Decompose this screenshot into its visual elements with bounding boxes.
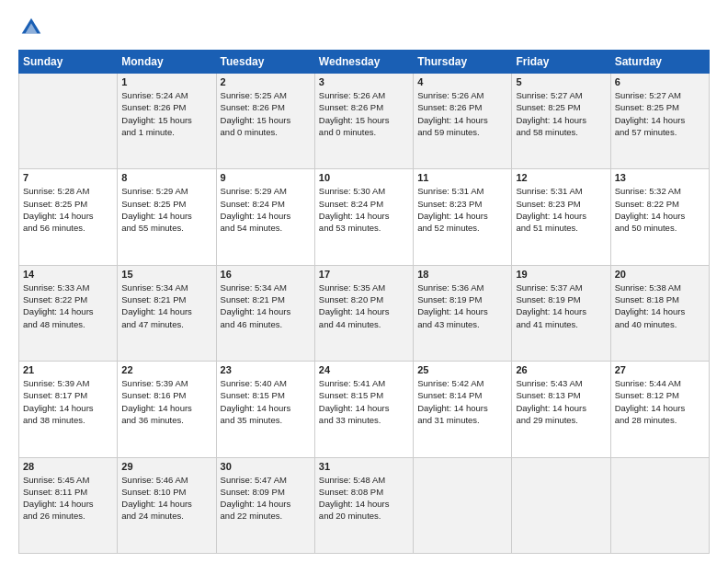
calendar-week-row: 28Sunrise: 5:45 AM Sunset: 8:11 PM Dayli… <box>19 457 710 553</box>
date-number: 1 <box>121 76 211 87</box>
calendar-cell <box>19 74 118 169</box>
calendar-cell: 13Sunrise: 5:32 AM Sunset: 8:22 PM Dayli… <box>610 169 709 265</box>
cell-info: Sunrise: 5:28 AM Sunset: 8:25 PM Dayligh… <box>23 185 113 234</box>
calendar-cell: 28Sunrise: 5:45 AM Sunset: 8:11 PM Dayli… <box>19 457 118 553</box>
cell-info: Sunrise: 5:36 AM Sunset: 8:19 PM Dayligh… <box>417 282 507 330</box>
date-number: 14 <box>23 269 113 280</box>
date-number: 27 <box>615 364 705 375</box>
calendar-cell: 3Sunrise: 5:26 AM Sunset: 8:26 PM Daylig… <box>314 74 413 169</box>
date-number: 4 <box>417 76 507 87</box>
date-number: 13 <box>615 172 705 183</box>
calendar-cell: 1Sunrise: 5:24 AM Sunset: 8:26 PM Daylig… <box>118 74 216 169</box>
calendar-cell: 5Sunrise: 5:27 AM Sunset: 8:25 PM Daylig… <box>512 74 610 169</box>
date-number: 17 <box>319 269 409 280</box>
date-number: 6 <box>615 76 705 87</box>
date-number: 2 <box>221 76 311 87</box>
calendar-cell: 8Sunrise: 5:29 AM Sunset: 8:25 PM Daylig… <box>118 169 216 265</box>
cell-info: Sunrise: 5:46 AM Sunset: 8:10 PM Dayligh… <box>121 474 211 523</box>
cell-info: Sunrise: 5:40 AM Sunset: 8:15 PM Dayligh… <box>221 377 311 426</box>
date-number: 30 <box>221 461 311 472</box>
cell-info: Sunrise: 5:39 AM Sunset: 8:16 PM Dayligh… <box>121 377 211 426</box>
calendar-cell: 14Sunrise: 5:33 AM Sunset: 8:22 PM Dayli… <box>19 265 118 361</box>
calendar-cell: 16Sunrise: 5:34 AM Sunset: 8:21 PM Dayli… <box>216 265 314 361</box>
cell-info: Sunrise: 5:27 AM Sunset: 8:25 PM Dayligh… <box>516 89 606 138</box>
cell-info: Sunrise: 5:33 AM Sunset: 8:22 PM Dayligh… <box>23 282 113 330</box>
cell-info: Sunrise: 5:29 AM Sunset: 8:25 PM Dayligh… <box>121 185 211 234</box>
date-number: 21 <box>23 364 113 375</box>
cell-info: Sunrise: 5:29 AM Sunset: 8:24 PM Dayligh… <box>221 185 311 234</box>
weekday-header-friday: Friday <box>512 51 610 74</box>
date-number: 29 <box>121 461 211 472</box>
cell-info: Sunrise: 5:34 AM Sunset: 8:21 PM Dayligh… <box>221 282 311 330</box>
calendar-cell: 23Sunrise: 5:40 AM Sunset: 8:15 PM Dayli… <box>216 362 314 457</box>
weekday-header-thursday: Thursday <box>414 51 512 74</box>
weekday-header-tuesday: Tuesday <box>216 51 314 74</box>
date-number: 23 <box>221 364 311 375</box>
date-number: 20 <box>615 269 705 280</box>
weekday-header-saturday: Saturday <box>610 51 709 74</box>
calendar-cell: 21Sunrise: 5:39 AM Sunset: 8:17 PM Dayli… <box>19 362 118 457</box>
calendar-cell: 24Sunrise: 5:41 AM Sunset: 8:15 PM Dayli… <box>314 362 413 457</box>
calendar-cell: 10Sunrise: 5:30 AM Sunset: 8:24 PM Dayli… <box>314 169 413 265</box>
header <box>18 15 710 40</box>
calendar-body: 1Sunrise: 5:24 AM Sunset: 8:26 PM Daylig… <box>19 74 710 554</box>
calendar-cell: 26Sunrise: 5:43 AM Sunset: 8:13 PM Dayli… <box>512 362 610 457</box>
cell-info: Sunrise: 5:48 AM Sunset: 8:08 PM Dayligh… <box>319 474 409 523</box>
calendar-cell: 2Sunrise: 5:25 AM Sunset: 8:26 PM Daylig… <box>216 74 314 169</box>
date-number: 3 <box>319 76 409 87</box>
cell-info: Sunrise: 5:31 AM Sunset: 8:23 PM Dayligh… <box>417 185 507 234</box>
cell-info: Sunrise: 5:37 AM Sunset: 8:19 PM Dayligh… <box>516 282 606 330</box>
date-number: 26 <box>516 364 606 375</box>
date-number: 22 <box>121 364 211 375</box>
cell-info: Sunrise: 5:42 AM Sunset: 8:14 PM Dayligh… <box>417 377 507 426</box>
date-number: 16 <box>221 269 311 280</box>
calendar-cell: 31Sunrise: 5:48 AM Sunset: 8:08 PM Dayli… <box>314 457 413 553</box>
cell-info: Sunrise: 5:24 AM Sunset: 8:26 PM Dayligh… <box>121 89 211 138</box>
calendar-header: SundayMondayTuesdayWednesdayThursdayFrid… <box>19 51 710 74</box>
date-number: 25 <box>417 364 507 375</box>
weekday-header-sunday: Sunday <box>19 51 118 74</box>
calendar-cell: 20Sunrise: 5:38 AM Sunset: 8:18 PM Dayli… <box>610 265 709 361</box>
calendar-cell <box>610 457 709 553</box>
date-number: 19 <box>516 269 606 280</box>
calendar-cell: 7Sunrise: 5:28 AM Sunset: 8:25 PM Daylig… <box>19 169 118 265</box>
cell-info: Sunrise: 5:30 AM Sunset: 8:24 PM Dayligh… <box>319 185 409 234</box>
date-number: 10 <box>319 172 409 183</box>
cell-info: Sunrise: 5:32 AM Sunset: 8:22 PM Dayligh… <box>615 185 705 234</box>
date-number: 5 <box>516 76 606 87</box>
date-number: 11 <box>417 172 507 183</box>
weekday-header-wednesday: Wednesday <box>314 51 413 74</box>
date-number: 9 <box>221 172 311 183</box>
date-number: 8 <box>121 172 211 183</box>
cell-info: Sunrise: 5:43 AM Sunset: 8:13 PM Dayligh… <box>516 377 606 426</box>
cell-info: Sunrise: 5:34 AM Sunset: 8:21 PM Dayligh… <box>121 282 211 330</box>
cell-info: Sunrise: 5:41 AM Sunset: 8:15 PM Dayligh… <box>319 377 409 426</box>
date-number: 24 <box>319 364 409 375</box>
calendar-cell <box>512 457 610 553</box>
calendar-week-row: 14Sunrise: 5:33 AM Sunset: 8:22 PM Dayli… <box>19 265 710 361</box>
calendar-cell: 18Sunrise: 5:36 AM Sunset: 8:19 PM Dayli… <box>414 265 512 361</box>
cell-info: Sunrise: 5:45 AM Sunset: 8:11 PM Dayligh… <box>23 474 113 523</box>
cell-info: Sunrise: 5:44 AM Sunset: 8:12 PM Dayligh… <box>615 377 705 426</box>
calendar-week-row: 1Sunrise: 5:24 AM Sunset: 8:26 PM Daylig… <box>19 74 710 169</box>
calendar-cell: 11Sunrise: 5:31 AM Sunset: 8:23 PM Dayli… <box>414 169 512 265</box>
date-number: 31 <box>319 461 409 472</box>
calendar-cell: 6Sunrise: 5:27 AM Sunset: 8:25 PM Daylig… <box>610 74 709 169</box>
logo <box>18 15 48 40</box>
cell-info: Sunrise: 5:35 AM Sunset: 8:20 PM Dayligh… <box>319 282 409 330</box>
calendar-cell: 15Sunrise: 5:34 AM Sunset: 8:21 PM Dayli… <box>118 265 216 361</box>
weekday-header-monday: Monday <box>118 51 216 74</box>
calendar-week-row: 7Sunrise: 5:28 AM Sunset: 8:25 PM Daylig… <box>19 169 710 265</box>
cell-info: Sunrise: 5:31 AM Sunset: 8:23 PM Dayligh… <box>516 185 606 234</box>
cell-info: Sunrise: 5:39 AM Sunset: 8:17 PM Dayligh… <box>23 377 113 426</box>
date-number: 18 <box>417 269 507 280</box>
logo-icon <box>18 15 44 40</box>
page: SundayMondayTuesdayWednesdayThursdayFrid… <box>0 0 728 563</box>
calendar-cell: 19Sunrise: 5:37 AM Sunset: 8:19 PM Dayli… <box>512 265 610 361</box>
calendar-cell: 22Sunrise: 5:39 AM Sunset: 8:16 PM Dayli… <box>118 362 216 457</box>
cell-info: Sunrise: 5:26 AM Sunset: 8:26 PM Dayligh… <box>319 89 409 138</box>
calendar-cell: 25Sunrise: 5:42 AM Sunset: 8:14 PM Dayli… <box>414 362 512 457</box>
weekday-row: SundayMondayTuesdayWednesdayThursdayFrid… <box>19 51 710 74</box>
calendar-cell: 29Sunrise: 5:46 AM Sunset: 8:10 PM Dayli… <box>118 457 216 553</box>
date-number: 28 <box>23 461 113 472</box>
